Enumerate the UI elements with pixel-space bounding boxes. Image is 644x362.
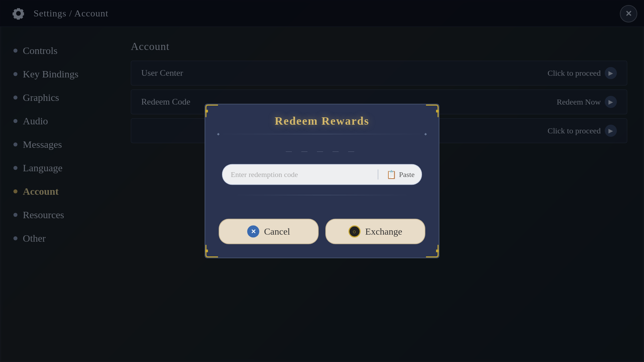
input-divider: [378, 170, 378, 180]
svg-rect-0: [205, 110, 208, 113]
paste-icon: 📋: [386, 170, 396, 179]
modal-divider-top: [217, 134, 427, 134]
exchange-icon: ○: [348, 226, 361, 238]
code-input-wrapper: 📋 Paste: [222, 164, 422, 185]
cancel-icon: ✕: [247, 226, 259, 238]
redemption-code-input[interactable]: [223, 165, 376, 184]
svg-rect-1: [436, 110, 439, 113]
svg-rect-3: [436, 250, 439, 252]
modal-subtitle: — — — — —: [222, 148, 422, 155]
corner-br: [425, 244, 439, 258]
cancel-label: Cancel: [264, 226, 290, 237]
redeem-rewards-modal: Redeem Rewards — — — — — 📋 Paste ✕ Cance…: [205, 104, 439, 258]
corner-bl: [205, 244, 219, 258]
exchange-button[interactable]: ○ Exchange: [325, 219, 425, 244]
modal-divider-bottom: [232, 195, 412, 195]
paste-button[interactable]: 📋 Paste: [380, 166, 421, 183]
corner-tl: [205, 105, 219, 118]
exchange-label: Exchange: [365, 226, 402, 237]
cancel-button[interactable]: ✕ Cancel: [219, 219, 319, 244]
corner-tr: [425, 105, 439, 118]
svg-rect-2: [205, 250, 208, 252]
modal-buttons: ✕ Cancel ○ Exchange: [205, 219, 439, 258]
modal-title: Redeem Rewards: [219, 115, 425, 127]
paste-label: Paste: [399, 170, 415, 179]
modal-header: Redeem Rewards: [205, 105, 439, 134]
modal-body: — — — — — 📋 Paste: [205, 134, 439, 219]
